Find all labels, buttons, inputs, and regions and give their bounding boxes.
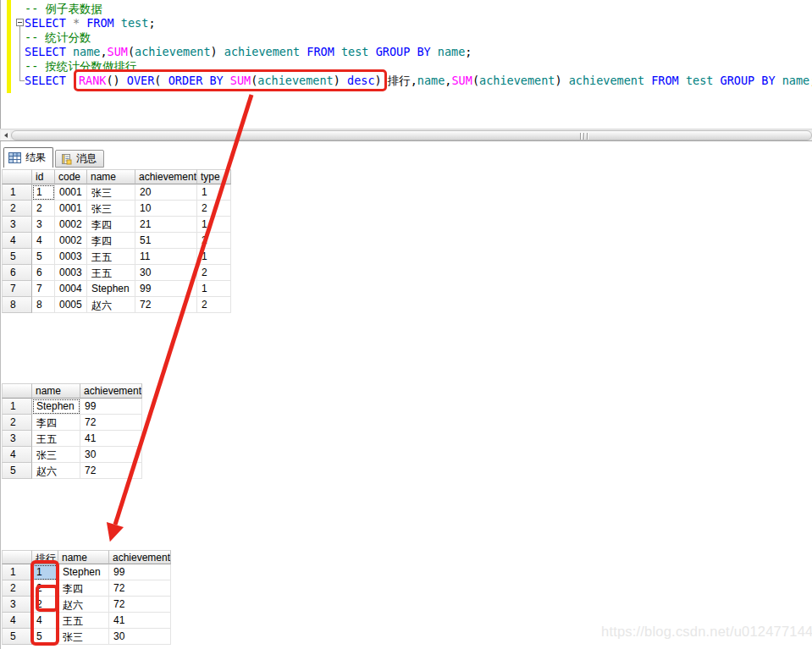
column-header-3[interactable]: name	[87, 169, 135, 184]
column-header-1[interactable]: name	[32, 383, 80, 399]
grid-cell[interactable]: 张三	[58, 629, 109, 645]
code-token: SELECT	[25, 16, 66, 30]
grid-cell[interactable]: 4	[32, 233, 55, 249]
column-header-5[interactable]: type	[197, 169, 231, 184]
row-header[interactable]: 4	[2, 447, 32, 463]
grid-cell[interactable]: 0001	[55, 201, 87, 217]
grid-cell[interactable]: 72	[109, 597, 171, 613]
grid-cell[interactable]: 张三	[87, 184, 135, 201]
grid-cell[interactable]: 李四	[87, 217, 135, 233]
row-header[interactable]: 2	[2, 415, 32, 431]
grid-cell[interactable]: 赵六	[87, 297, 135, 313]
row-header[interactable]: 2	[2, 201, 32, 217]
column-header-3[interactable]: achievement	[109, 550, 171, 564]
column-header-4[interactable]: achievement	[135, 169, 197, 184]
grid-cell[interactable]: 11	[135, 249, 197, 265]
grid-cell[interactable]: 1	[197, 281, 231, 297]
grid-corner-cell[interactable]	[2, 169, 32, 184]
grid-corner-cell[interactable]	[2, 383, 32, 399]
grid-cell[interactable]: 2	[197, 265, 231, 281]
scrollbar-thumb[interactable]	[11, 130, 812, 140]
sql-editor[interactable]: -- 例子表数据SELECT * FROM test;-- 统计分数SELECT…	[0, 0, 812, 129]
row-header[interactable]: 2	[2, 580, 32, 597]
grid-cell[interactable]: 8	[32, 297, 55, 313]
row-header[interactable]: 1	[2, 564, 32, 580]
row-header[interactable]: 1	[2, 399, 32, 415]
grid-cell[interactable]: 3	[32, 217, 55, 233]
row-header[interactable]: 3	[2, 217, 32, 233]
grid-cell[interactable]: 0002	[55, 217, 87, 233]
grid-cell[interactable]: 30	[135, 265, 197, 281]
column-header-2[interactable]: achievement	[80, 383, 142, 399]
row-header[interactable]: 1	[2, 184, 32, 201]
grid-cell[interactable]: 72	[109, 580, 171, 597]
row-header[interactable]: 5	[2, 629, 32, 645]
grid-cell[interactable]: 赵六	[32, 463, 80, 479]
grid-cell[interactable]: 7	[32, 281, 55, 297]
editor-hscrollbar[interactable]	[0, 129, 812, 141]
grid-cell[interactable]: 1	[32, 184, 55, 201]
collapse-toggle-icon[interactable]	[16, 19, 24, 26]
grid-cell[interactable]: 赵六	[58, 597, 109, 613]
grid-cell[interactable]: 0004	[55, 281, 87, 297]
grid-cell[interactable]: 99	[80, 399, 142, 415]
grid-cell[interactable]: 0003	[55, 265, 87, 281]
grid-cell[interactable]: 1	[197, 217, 231, 233]
grid-cell[interactable]: 张三	[32, 447, 80, 463]
grid-cell[interactable]: 2	[197, 201, 231, 217]
row-header[interactable]: 4	[2, 613, 32, 629]
row-header[interactable]: 5	[2, 463, 32, 479]
grid-cell[interactable]: 5	[32, 249, 55, 265]
grid-cell[interactable]: 王五	[87, 249, 135, 265]
grid-cell[interactable]: 张三	[87, 201, 135, 217]
grid-cell[interactable]: 王五	[58, 613, 109, 629]
grid-cell[interactable]: 51	[135, 233, 197, 249]
grid-cell[interactable]: 2	[197, 297, 231, 313]
grid-cell[interactable]: 0003	[55, 249, 87, 265]
grid-cell[interactable]: 1	[197, 184, 231, 201]
row-header[interactable]: 7	[2, 281, 32, 297]
tab-results[interactable]: 结果	[3, 147, 53, 168]
grid-cell[interactable]: 72	[80, 415, 142, 431]
grid-cell[interactable]: 2	[197, 233, 231, 249]
grid-cell[interactable]: 20	[135, 184, 197, 201]
grid-cell[interactable]: 2	[32, 201, 55, 217]
row-header[interactable]: 8	[2, 297, 32, 313]
row-header[interactable]: 4	[2, 233, 32, 249]
row-header[interactable]: 5	[2, 249, 32, 265]
tab-messages[interactable]: 消息	[55, 150, 104, 168]
grid-cell[interactable]: 72	[80, 463, 142, 479]
grid-cell[interactable]: 李四	[32, 415, 80, 431]
grid-cell[interactable]: 41	[109, 613, 171, 629]
grid-cell[interactable]: 30	[109, 629, 171, 645]
grid-cell[interactable]: 21	[135, 217, 197, 233]
grid-cell[interactable]: Stephen	[58, 564, 109, 580]
scroll-left-button[interactable]	[1, 130, 10, 140]
grid-cell[interactable]: 41	[80, 431, 142, 447]
grid-cell[interactable]: 李四	[87, 233, 135, 249]
grid-cell[interactable]: 0002	[55, 233, 87, 249]
grid-cell[interactable]: 10	[135, 201, 197, 217]
grid-cell[interactable]: 30	[80, 447, 142, 463]
grid-cell[interactable]: 王五	[32, 431, 80, 447]
grid-cell[interactable]: 0005	[55, 297, 87, 313]
column-header-1[interactable]: id	[32, 169, 55, 184]
change-tracking-bar	[7, 0, 11, 93]
grid-cell[interactable]: Stephen	[87, 281, 135, 297]
grid-cell[interactable]: 1	[197, 249, 231, 265]
grid-cell[interactable]: 72	[135, 297, 197, 313]
grid-cell[interactable]: 99	[135, 281, 197, 297]
row-header[interactable]: 3	[2, 431, 32, 447]
grid-corner-cell[interactable]	[2, 550, 32, 564]
column-header-2[interactable]: code	[55, 169, 87, 184]
grid-cell[interactable]: Stephen	[32, 399, 80, 415]
grid-cell[interactable]: 6	[32, 265, 55, 281]
row-header[interactable]: 6	[2, 265, 32, 281]
row-header[interactable]: 3	[2, 597, 32, 613]
column-header-2[interactable]: name	[58, 550, 109, 564]
grid-cell[interactable]: 0001	[55, 184, 87, 201]
code-area[interactable]: -- 例子表数据SELECT * FROM test;-- 统计分数SELECT…	[25, 2, 812, 88]
grid-cell[interactable]: 王五	[87, 265, 135, 281]
grid-cell[interactable]: 99	[109, 564, 171, 580]
grid-cell[interactable]: 李四	[58, 580, 109, 597]
